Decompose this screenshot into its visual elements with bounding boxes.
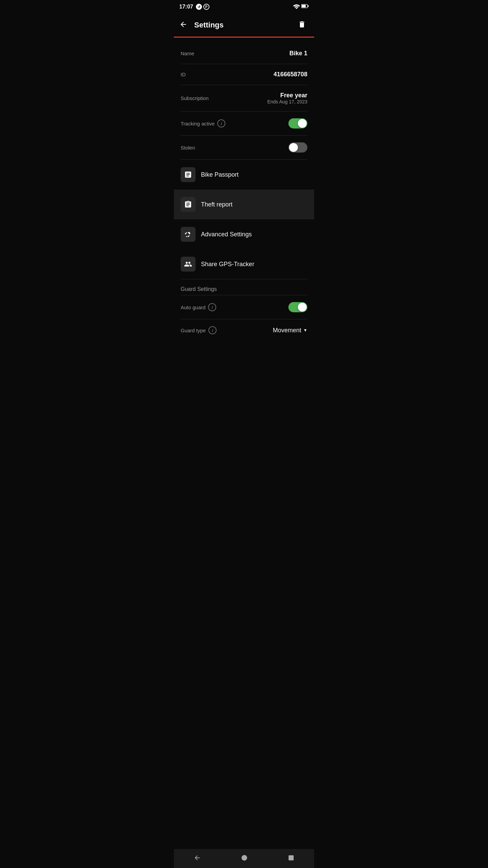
- share-gps-icon-container: [181, 257, 196, 272]
- status-icons: ↺ P: [196, 4, 209, 10]
- stolen-toggle-thumb: [289, 143, 298, 152]
- theft-report-label: Theft report: [201, 201, 232, 208]
- auto-guard-row: Auto guard i: [174, 295, 314, 319]
- settings-content: Name Bike 1 ID 4166658708 Subscription F…: [174, 38, 314, 347]
- id-value: 4166658708: [273, 71, 307, 78]
- bike-passport-item[interactable]: Bike Passport: [174, 160, 314, 190]
- app2-icon: P: [203, 4, 209, 10]
- guard-type-label: Guard type: [181, 328, 206, 333]
- svg-rect-2: [302, 5, 306, 7]
- guard-type-label-container: Guard type i: [181, 326, 217, 334]
- auto-guard-label: Auto guard: [181, 304, 205, 310]
- back-button[interactable]: [177, 18, 190, 33]
- delete-button[interactable]: [295, 18, 309, 33]
- guard-type-info-icon[interactable]: i: [208, 326, 217, 334]
- bike-passport-label: Bike Passport: [201, 171, 239, 178]
- status-bar: 17:07 ↺ P: [174, 0, 314, 14]
- tracking-label-container: Tracking active i: [181, 119, 225, 127]
- id-row: ID 4166658708: [174, 64, 314, 85]
- subscription-label: Subscription: [181, 95, 209, 101]
- top-nav: Settings: [174, 14, 314, 37]
- share-gps-label: Share GPS-Tracker: [201, 261, 254, 268]
- status-time: 17:07: [179, 4, 193, 10]
- tracking-active-label: Tracking active: [181, 121, 215, 126]
- tracking-info-icon[interactable]: i: [217, 119, 225, 127]
- stolen-label: Stolen: [181, 145, 195, 151]
- app1-icon: ↺: [196, 4, 202, 10]
- subscription-row: Subscription Free year Ends Aug 17, 2023: [174, 85, 314, 111]
- auto-guard-label-container: Auto guard i: [181, 303, 216, 311]
- subscription-sub-value: Ends Aug 17, 2023: [267, 99, 307, 104]
- name-row: Name Bike 1: [174, 43, 314, 64]
- subscription-value-stack: Free year Ends Aug 17, 2023: [267, 92, 307, 104]
- guard-type-row: Guard type i Movement ▼: [174, 319, 314, 341]
- guard-type-dropdown[interactable]: Movement ▼: [273, 327, 307, 334]
- share-icon: [184, 260, 192, 268]
- share-gps-item[interactable]: Share GPS-Tracker: [174, 249, 314, 279]
- status-left: 17:07 ↺ P: [179, 4, 209, 10]
- nav-left: Settings: [177, 18, 224, 33]
- signal-icons: [293, 3, 309, 10]
- id-label: ID: [181, 72, 186, 77]
- stolen-toggle[interactable]: [288, 142, 307, 153]
- wifi-icon: [293, 3, 300, 10]
- clipboard-icon: [184, 200, 192, 209]
- advanced-settings-icon-container: [181, 227, 196, 242]
- name-label: Name: [181, 51, 194, 56]
- bike-passport-icon-container: [181, 167, 196, 182]
- advanced-settings-item[interactable]: Advanced Settings: [174, 219, 314, 249]
- chevron-down-icon: ▼: [303, 328, 307, 333]
- passport-icon: [184, 171, 192, 179]
- auto-guard-toggle[interactable]: [288, 302, 307, 312]
- guard-settings-header: Guard Settings: [174, 279, 314, 295]
- tracking-active-row: Tracking active i: [174, 112, 314, 135]
- theft-report-item[interactable]: Theft report: [174, 190, 314, 219]
- advanced-settings-label: Advanced Settings: [201, 231, 252, 238]
- name-value: Bike 1: [289, 50, 307, 57]
- guard-type-value: Movement: [273, 327, 301, 334]
- subscription-value: Free year: [267, 92, 307, 99]
- auto-guard-toggle-thumb: [298, 303, 307, 312]
- tracking-toggle-thumb: [298, 119, 307, 128]
- svg-rect-1: [308, 5, 309, 7]
- rocket-icon: [184, 230, 192, 238]
- auto-guard-info-icon[interactable]: i: [208, 303, 216, 311]
- page-title: Settings: [194, 21, 224, 29]
- battery-icon: [301, 4, 309, 10]
- theft-report-icon-container: [181, 197, 196, 212]
- stolen-row: Stolen: [174, 136, 314, 159]
- tracking-toggle[interactable]: [288, 118, 307, 129]
